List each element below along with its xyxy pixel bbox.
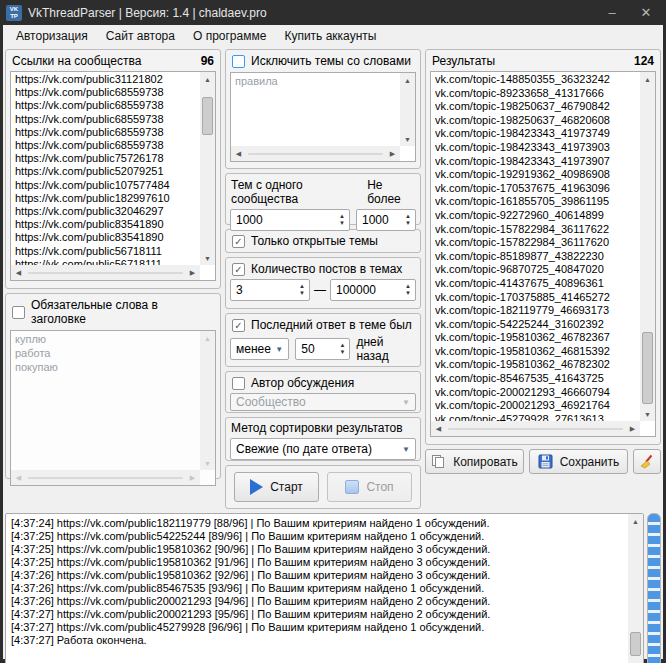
community-link-item[interactable]: https://vk.com/public83541890	[15, 218, 199, 231]
result-topic-item[interactable]: vk.com/topic-198423343_41973903	[435, 141, 639, 155]
log-vertical-scrollbar[interactable]: ▲ ▼	[628, 514, 643, 663]
posts-max-spinner[interactable]: 100000 ▲▼	[330, 279, 416, 301]
spin-up-icon[interactable]: ▲	[299, 283, 305, 290]
open-topics-checkbox[interactable]: ✓	[232, 235, 245, 248]
menu-item[interactable]: Купить аккаунты	[275, 27, 385, 45]
results-list[interactable]: vk.com/topic-148850355_36323242vk.com/to…	[430, 71, 656, 437]
spin-down-icon[interactable]: ▼	[405, 290, 411, 297]
community-link-item[interactable]: https://vk.com/public68559738	[15, 139, 199, 152]
result-topic-item[interactable]: vk.com/topic-45279928_27613613	[435, 413, 639, 421]
scrollbar-thumb[interactable]	[642, 332, 653, 404]
topics-per-community-spinner[interactable]: 1000 ▲▼	[230, 209, 350, 231]
scroll-down-icon[interactable]: ▼	[200, 251, 215, 265]
scroll-up-icon[interactable]: ▲	[200, 72, 215, 86]
result-topic-item[interactable]: vk.com/topic-54225244_31602392	[435, 318, 639, 332]
posts-count-checkbox[interactable]: ✓	[232, 263, 245, 276]
result-topic-item[interactable]: vk.com/topic-198250637_46790842	[435, 100, 639, 114]
result-topic-item[interactable]: vk.com/topic-198423343_41973749	[435, 127, 639, 141]
menu-item[interactable]: О программе	[184, 27, 275, 45]
result-topic-item[interactable]: vk.com/topic-157822984_36117622	[435, 223, 639, 237]
community-link-item[interactable]: https://vk.com/public68559738	[15, 126, 199, 139]
spin-down-icon[interactable]: ▼	[405, 220, 411, 227]
result-topic-item[interactable]: vk.com/topic-170537675_41963096	[435, 182, 639, 196]
result-topic-item[interactable]: vk.com/topic-85189877_43822230	[435, 250, 639, 264]
not-more-spinner[interactable]: 1000 ▲▼	[356, 209, 416, 231]
spin-up-icon[interactable]: ▲	[339, 342, 345, 349]
menu-item[interactable]: Авторизация	[7, 27, 97, 45]
community-link-item[interactable]: https://vk.com/public83541890	[15, 231, 199, 244]
scroll-left-icon[interactable]: ◀	[11, 266, 26, 280]
menu-item[interactable]: Сайт автора	[97, 27, 184, 45]
exclude-vertical-scrollbar[interactable]: ▲ ▼	[400, 73, 415, 146]
result-topic-item[interactable]: vk.com/topic-41437675_40896361	[435, 277, 639, 291]
community-link-item[interactable]: https://vk.com/public56718111	[15, 245, 199, 258]
result-topic-item[interactable]: vk.com/topic-195810362_46782302	[435, 358, 639, 372]
result-topic-item[interactable]: vk.com/topic-200021293_46660794	[435, 386, 639, 400]
save-button[interactable]: Сохранить	[529, 449, 628, 474]
community-link-item[interactable]: https://vk.com/public31121802	[15, 73, 199, 86]
spin-up-icon[interactable]: ▲	[405, 283, 411, 290]
community-link-item[interactable]: https://vk.com/public68559738	[15, 86, 199, 99]
community-link-item[interactable]: https://vk.com/public52079251	[15, 165, 199, 178]
community-link-item[interactable]: https://vk.com/public68559738	[15, 113, 199, 126]
result-topic-item[interactable]: vk.com/topic-89233658_41317666	[435, 87, 639, 101]
spin-up-icon[interactable]: ▲	[339, 213, 345, 220]
copy-button[interactable]: Копировать	[425, 449, 524, 474]
scroll-down-icon[interactable]: ▼	[628, 657, 643, 663]
scrollbar-track[interactable]	[28, 272, 183, 274]
scroll-up-icon[interactable]: ▲	[628, 514, 643, 528]
exclude-horizontal-scrollbar[interactable]: ◀ ▶	[231, 146, 400, 161]
community-link-item[interactable]: https://vk.com/public56718111	[15, 258, 199, 265]
result-topic-item[interactable]: vk.com/topic-200021293_46921764	[435, 399, 639, 413]
required-words-checkbox[interactable]	[12, 306, 25, 319]
links-horizontal-scrollbar[interactable]: ◀ ▶	[11, 265, 200, 280]
result-topic-item[interactable]: vk.com/topic-157822984_36117620	[435, 236, 639, 250]
last-reply-mode-select[interactable]: менее ▼	[230, 338, 289, 360]
required-words-textarea[interactable]: куплюработапокупаю ▲ ▼ ◀ ▶	[10, 330, 216, 486]
log-output[interactable]: [4:37:24] https://vk.com/public182119779…	[5, 513, 644, 663]
scroll-right-icon[interactable]: ▶	[185, 266, 200, 280]
spin-down-icon[interactable]: ▼	[299, 290, 305, 297]
result-topic-item[interactable]: vk.com/topic-182119779_46693173	[435, 304, 639, 318]
scroll-left-icon[interactable]: ◀	[431, 422, 446, 436]
result-topic-item[interactable]: vk.com/topic-161855705_39861195	[435, 195, 639, 209]
result-topic-item[interactable]: vk.com/topic-96870725_40847020	[435, 263, 639, 277]
community-link-item[interactable]: https://vk.com/public32046297	[15, 205, 199, 218]
scroll-up-icon[interactable]: ▲	[400, 73, 415, 87]
result-topic-item[interactable]: vk.com/topic-198423343_41973907	[435, 155, 639, 169]
result-topic-item[interactable]: vk.com/topic-170375885_41465272	[435, 291, 639, 305]
result-topic-item[interactable]: vk.com/topic-198250637_46820608	[435, 114, 639, 128]
result-topic-item[interactable]: vk.com/topic-195810362_46782367	[435, 331, 639, 345]
result-topic-item[interactable]: vk.com/topic-148850355_36323242	[435, 73, 639, 87]
author-checkbox[interactable]	[232, 377, 245, 390]
scrollbar-thumb[interactable]	[202, 97, 213, 135]
results-horizontal-scrollbar[interactable]: ◀ ▶	[431, 421, 640, 436]
result-topic-item[interactable]: vk.com/topic-85467535_41643725	[435, 372, 639, 386]
spin-down-icon[interactable]: ▼	[339, 220, 345, 227]
last-reply-days-spinner[interactable]: 50 ▲▼	[295, 338, 350, 360]
results-vertical-scrollbar[interactable]: ▲ ▼	[640, 72, 655, 421]
scroll-down-icon[interactable]: ▼	[400, 132, 415, 146]
start-button[interactable]: Старт	[234, 472, 319, 502]
close-button[interactable]: ✕	[632, 5, 660, 20]
scroll-up-icon[interactable]: ▲	[640, 72, 655, 86]
exclude-words-checkbox[interactable]	[232, 55, 245, 68]
spin-up-icon[interactable]: ▲	[405, 213, 411, 220]
clear-results-button[interactable]	[633, 449, 661, 474]
posts-min-spinner[interactable]: 3 ▲▼	[230, 279, 310, 301]
scroll-right-icon[interactable]: ▶	[385, 147, 400, 161]
result-topic-item[interactable]: vk.com/topic-195810362_46815392	[435, 345, 639, 359]
scrollbar-thumb[interactable]	[630, 632, 641, 656]
community-link-item[interactable]: https://vk.com/public68559738	[15, 99, 199, 112]
scroll-left-icon[interactable]: ◀	[231, 147, 246, 161]
scroll-down-icon[interactable]: ▼	[640, 407, 655, 421]
minimize-button[interactable]: –	[598, 5, 626, 20]
scroll-right-icon[interactable]: ▶	[625, 422, 640, 436]
community-link-item[interactable]: https://vk.com/public107577484	[15, 179, 199, 192]
result-topic-item[interactable]: vk.com/topic-92272960_40614899	[435, 209, 639, 223]
community-links-list[interactable]: https://vk.com/public31121802https://vk.…	[10, 71, 216, 281]
last-reply-checkbox[interactable]: ✓	[232, 319, 245, 332]
community-link-item[interactable]: https://vk.com/public75726178	[15, 152, 199, 165]
stop-button[interactable]: Стоп	[327, 472, 412, 502]
community-link-item[interactable]: https://vk.com/public182997610	[15, 192, 199, 205]
